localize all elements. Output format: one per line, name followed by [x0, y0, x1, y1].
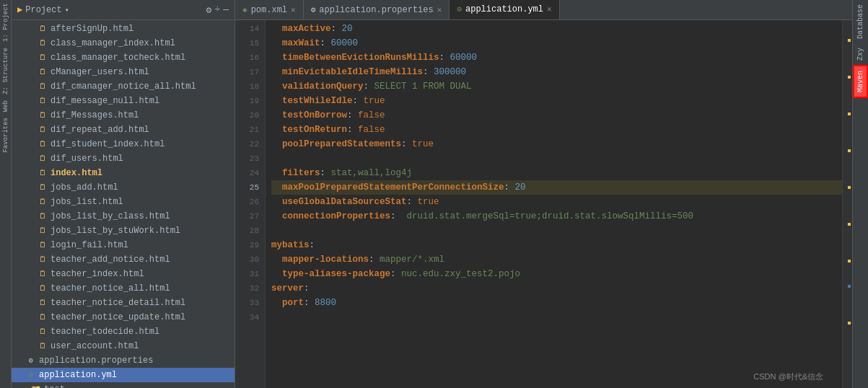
tab-application-yml[interactable]: ⚙ application.yml ✕	[450, 0, 559, 20]
code-line-32: server:	[271, 281, 842, 296]
left-label-structure[interactable]: Z: Structure	[1, 45, 10, 97]
file-afterSignUp[interactable]: 🗒 afterSignUp.html	[12, 22, 234, 36]
tab-close-yml[interactable]: ✕	[547, 4, 552, 14]
code-line-33: port: 8800	[271, 296, 842, 310]
code-line-20: testOnBorrow: false	[271, 108, 842, 123]
file-label: jobs_list_by_class.html	[51, 211, 170, 221]
left-label-web[interactable]: Web	[1, 97, 10, 115]
file-label: class_manager_tocheck.html	[51, 53, 185, 63]
scrollbar-indicator	[848, 76, 851, 79]
html-file-icon: 🗒	[38, 53, 48, 63]
file-dif-message-null[interactable]: 🗒 dif_message_null.html	[12, 94, 234, 108]
yml-file-icon: ⚙	[26, 370, 36, 380]
html-file-icon: 🗒	[38, 110, 48, 120]
code-line-23	[271, 151, 842, 166]
code-line-26: useGlobalDataSourceStat: true	[271, 195, 842, 209]
file-index[interactable]: 🗒 index.html	[12, 166, 234, 180]
left-label-project[interactable]: 1: Project	[1, 0, 10, 45]
file-application-yml[interactable]: ⚙ application.yml	[12, 368, 234, 382]
file-teacher-todecide[interactable]: 🗒 teacher_todecide.html	[12, 325, 234, 339]
settings-icon[interactable]: ⚙	[206, 4, 212, 16]
html-file-icon: 🗒	[38, 341, 48, 351]
file-tree: 🗒 afterSignUp.html 🗒 class_manager_index…	[12, 20, 234, 388]
file-teacher-notice-update[interactable]: 🗒 teacher_notice_update.html	[12, 310, 234, 325]
html-file-icon: 🗒	[38, 182, 48, 193]
close-panel-icon[interactable]: —	[223, 4, 229, 16]
ln-30: 30	[235, 252, 265, 267]
line-numbers-gutter: 14 15 16 17 18 19 20 21 22 23 24 25 26 2…	[235, 20, 266, 388]
file-jobs-list-by-stuwork[interactable]: 🗒 jobs_list_by_stuWork.html	[12, 224, 234, 238]
file-jobs-list[interactable]: 🗒 jobs_list.html	[12, 195, 234, 209]
file-label: index.html	[51, 168, 102, 178]
file-label: teacher_index.html	[51, 269, 144, 279]
file-label: jobs_list.html	[51, 197, 123, 207]
folder-test[interactable]: ▶ 📁 test	[12, 382, 234, 388]
tab-application-properties[interactable]: ⚙ application.properties ✕	[304, 0, 450, 20]
tab-close-properties[interactable]: ✕	[437, 5, 442, 14]
file-teacher-index[interactable]: 🗒 teacher_index.html	[12, 267, 234, 281]
tab-zxy[interactable]: Zxy	[854, 43, 867, 65]
ln-18: 18	[235, 79, 265, 94]
properties-file-icon: ⚙	[26, 356, 36, 366]
file-dif-student-index[interactable]: 🗒 dif_student_index.html	[12, 137, 234, 151]
ln-29: 29	[235, 238, 265, 252]
ln-28: 28	[235, 224, 265, 238]
code-line-34	[271, 310, 842, 325]
left-vertical-labels: 1: Project Z: Structure Web Favorites	[0, 0, 12, 388]
file-cmanager-users[interactable]: 🗒 cManager_users.html	[12, 65, 234, 79]
file-dif-cmanager-notice-all[interactable]: 🗒 dif_cmanager_notice_all.html	[12, 79, 234, 94]
file-class-manager-tocheck[interactable]: 🗒 class_manager_tocheck.html	[12, 50, 234, 65]
file-login-fail[interactable]: 🗒 login_fail.html	[12, 238, 234, 252]
code-line-16: timeBetweenEvictionRunsMillis: 60000	[271, 50, 842, 65]
html-file-icon: 🗒	[38, 154, 48, 164]
code-editor[interactable]: maxActive: 20 maxWait: 60000 timeBetween…	[266, 20, 842, 388]
scrollbar-indicator	[848, 186, 851, 189]
tab-database[interactable]: Database	[854, 0, 867, 43]
folder-icon: ▶	[17, 4, 22, 15]
sidebar-title: ▶ Project ▾	[17, 4, 69, 15]
file-label: dif_users.html	[51, 154, 123, 164]
file-dif-users[interactable]: 🗒 dif_users.html	[12, 151, 234, 166]
scrollbar-indicator-blue	[848, 285, 851, 288]
minimap-scrollbar[interactable]	[842, 20, 852, 388]
file-label: teacher_add_notice.html	[51, 255, 170, 265]
file-label: cManager_users.html	[51, 67, 149, 77]
code-line-22: poolPreparedStatements: true	[271, 137, 842, 151]
file-jobs-add[interactable]: 🗒 jobs_add.html	[12, 180, 234, 195]
ln-25: 25	[235, 180, 265, 195]
ln-23: 23	[235, 151, 265, 166]
project-sidebar: ▶ Project ▾ ⚙ ÷ — 🗒 afterSignUp.html 🗒 c…	[12, 0, 235, 388]
code-line-27: connectionProperties: druid.stat.mergeSq…	[271, 209, 842, 224]
file-teacher-add-notice[interactable]: 🗒 teacher_add_notice.html	[12, 252, 234, 267]
file-teacher-notice-all[interactable]: 🗒 teacher_notice_all.html	[12, 281, 234, 296]
layout-icon[interactable]: ÷	[214, 4, 220, 16]
tab-maven[interactable]: Maven	[853, 65, 868, 98]
scrollbar-indicator	[848, 260, 851, 263]
folder-icon: 📁	[30, 384, 41, 389]
tab-close-pom[interactable]: ✕	[291, 5, 296, 14]
html-file-icon: 🗒	[38, 24, 48, 34]
file-dif-repeat-add[interactable]: 🗒 dif_repeat_add.html	[12, 123, 234, 137]
left-label-favorites[interactable]: Favorites	[1, 115, 10, 156]
file-label: application.properties	[39, 356, 153, 366]
file-jobs-list-by-class[interactable]: 🗒 jobs_list_by_class.html	[12, 209, 234, 224]
html-file-icon: 🗒	[38, 38, 48, 48]
ln-33: 33	[235, 296, 265, 310]
file-teacher-notice-detail[interactable]: 🗒 teacher_notice_detail.html	[12, 296, 234, 310]
ln-27: 27	[235, 209, 265, 224]
html-file-icon: 🗒	[38, 81, 48, 92]
file-label: jobs_add.html	[51, 182, 118, 193]
file-application-properties[interactable]: ⚙ application.properties	[12, 353, 234, 368]
file-dif-messages[interactable]: 🗒 dif_Messages.html	[12, 108, 234, 123]
html-file-icon: 🗒	[38, 269, 48, 279]
ln-20: 20	[235, 108, 265, 123]
tab-pom-xml[interactable]: ◆ pom.xml ✕	[235, 0, 304, 20]
file-class-manager-index[interactable]: 🗒 class_manager_index.html	[12, 36, 234, 50]
code-line-21: testOnReturn: false	[271, 123, 842, 137]
file-user-account[interactable]: 🗒 user_account.html	[12, 339, 234, 353]
html-file-icon: 🗒	[38, 240, 48, 250]
properties-tab-icon: ⚙	[311, 5, 316, 14]
html-file-icon: 🗒	[38, 211, 48, 221]
code-line-24: filters: stat,wall,log4j	[271, 166, 842, 180]
html-file-icon: 🗒	[38, 197, 48, 207]
